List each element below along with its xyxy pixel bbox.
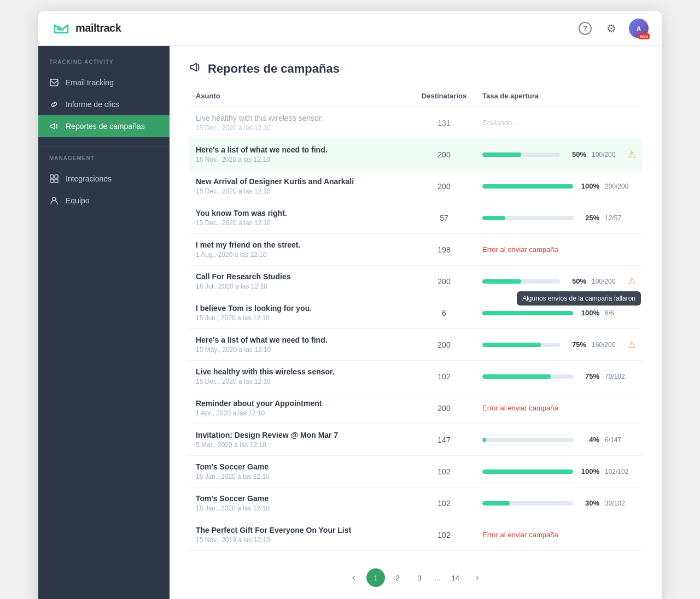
prev-page-button[interactable]: ‹ (345, 568, 363, 587)
email-icon (49, 78, 59, 87)
sidebar-item-integraciones[interactable]: Integraciones (38, 168, 170, 190)
campaign-recipients: 200 (406, 340, 482, 349)
campaign-recipients: 57 (406, 214, 482, 222)
campaign-subject-cell: Here's a list of what we need to find.15… (196, 336, 406, 354)
topbar: mailtrack ? ⚙ A Adv (38, 11, 662, 46)
svg-rect-5 (55, 175, 58, 178)
campaign-row[interactable]: I met my friend on the street.1 Aug., 20… (189, 234, 642, 266)
campaign-open-rate-cell: 50%100/200⚠Algunos envíos de la campaña … (482, 276, 635, 286)
next-page-button[interactable]: › (468, 568, 487, 587)
campaign-subject-cell: Tom's Soccer Game18 Jan., 2020 a las 12:… (196, 462, 406, 480)
svg-point-8 (52, 197, 56, 201)
page-button-14[interactable]: 14 (446, 568, 465, 587)
logo-text: mailtrack (75, 22, 121, 34)
progress-bar-bg (482, 279, 560, 284)
rate-count: 160/200 (592, 341, 622, 349)
page-button-3[interactable]: 3 (410, 568, 429, 587)
campaign-date: 15 Dec., 2020 a las 12:10 (196, 219, 406, 227)
settings-button[interactable]: ⚙ (603, 20, 620, 37)
campaign-recipients: 200 (406, 150, 482, 159)
campaign-open-rate-cell: 100%200/200 (482, 182, 635, 190)
progress-bar-fill (482, 438, 486, 442)
campaign-subject: Live healthy with this wireless sensor. (196, 367, 406, 376)
campaign-row[interactable]: I believe Tom is looking for you.15 Jun.… (189, 297, 642, 329)
page-title: Reportes de campañas (208, 62, 340, 76)
sidebar-item-email-tracking[interactable]: Email tracking (38, 72, 170, 93)
campaign-row[interactable]: Live healthy with this wireless sensor.1… (189, 361, 642, 392)
campaign-table-body: Live healthy with this wireless sensor.1… (189, 107, 642, 551)
campaign-open-rate-cell: 100%102/102 (482, 467, 635, 475)
page-button-2[interactable]: 2 (388, 568, 407, 587)
campaign-recipients: 102 (406, 467, 482, 476)
link-icon (49, 99, 59, 109)
campaign-row[interactable]: Reminder about your Appointment1 Apr., 2… (189, 392, 642, 424)
progress-bar-fill (482, 311, 573, 315)
sidebar-label-reportes-campanas: Reportes de campañas (66, 122, 145, 131)
rate-percent: 100% (579, 467, 599, 475)
campaign-row[interactable]: Invitation: Design Review @ Mon Mar 75 M… (189, 424, 642, 456)
topbar-actions: ? ⚙ A Adv (576, 19, 649, 38)
pagination: ‹ 1 2 3 ... 14 › (189, 568, 642, 594)
campaign-date: 1 Apr., 2020 a las 12:10 (196, 409, 406, 417)
rate-percent: 25% (579, 214, 599, 222)
campaign-row[interactable]: Live healthy with this wireless sensor.1… (189, 107, 642, 139)
help-icon: ? (579, 22, 592, 35)
campaign-date: 1 Aug., 2020 a las 12:10 (196, 251, 406, 259)
sidebar-item-reportes-campanas[interactable]: Reportes de campañas (38, 115, 170, 137)
avatar[interactable]: A Adv (629, 19, 649, 38)
svg-rect-4 (50, 175, 54, 178)
campaign-open-rate-cell: 75%160/200⚠ (482, 339, 635, 350)
sidebar-item-informe-clics[interactable]: Informe de clics (38, 93, 170, 115)
campaign-row[interactable]: New Arrival of Designer Kurtis and Anark… (189, 171, 642, 202)
header-recipients: Destinatarios (406, 92, 482, 100)
logo-area: mailtrack (51, 19, 121, 38)
progress-bar-fill (482, 501, 510, 506)
main-layout: TRACKING ACTIVITY Email tracking (38, 46, 662, 599)
campaign-row[interactable]: Tom's Soccer Game18 Jan., 2020 a las 12:… (189, 456, 642, 488)
rate-percent: 30% (579, 499, 599, 507)
campaign-subject-cell: Call For Research Studies16 Jul., 2020 a… (196, 272, 406, 290)
rate-percent: 4% (579, 436, 599, 444)
progress-bar-fill (482, 469, 573, 474)
rate-count: 6/6 (605, 309, 635, 317)
warning-icon[interactable]: ⚠ (628, 339, 635, 350)
campaign-subject-cell: Live healthy with this wireless sensor.1… (196, 114, 406, 132)
tracking-section-label: TRACKING ACTIVITY (38, 59, 170, 72)
sidebar-item-equipo[interactable]: Equipo (38, 190, 170, 212)
grid-icon (49, 174, 59, 184)
campaign-row[interactable]: Tom's Soccer Game18 Jan., 2020 a las 12:… (189, 488, 642, 519)
campaign-recipients: 102 (406, 499, 482, 508)
progress-bar-fill (482, 184, 573, 189)
campaign-subject-cell: Tom's Soccer Game18 Jan., 2020 a las 12:… (196, 494, 406, 512)
campaign-subject: You know Tom was right. (196, 209, 406, 218)
campaign-open-rate-cell: 30%30/102 (482, 499, 635, 507)
campaign-subject: Here's a list of what we need to find. (196, 336, 406, 344)
rate-count: 100/200 (592, 151, 622, 158)
warning-icon[interactable]: ⚠ (628, 276, 635, 286)
progress-bar-bg (482, 311, 573, 315)
header-subject: Asunto (196, 92, 406, 100)
campaign-subject-cell: I believe Tom is looking for you.15 Jun.… (196, 304, 406, 322)
campaign-subject: New Arrival of Designer Kurtis and Anark… (196, 177, 406, 186)
pagination-dots: ... (432, 573, 443, 582)
campaign-row[interactable]: Here's a list of what we need to find.16… (189, 139, 642, 171)
sidebar-label-informe-clics: Informe de clics (66, 100, 119, 109)
error-status: Error al enviar campaña (482, 531, 558, 539)
campaign-subject: I met my friend on the street. (196, 240, 406, 249)
campaign-open-rate-cell: 75%70/102 (482, 372, 635, 380)
campaign-row[interactable]: Here's a list of what we need to find.15… (189, 329, 642, 361)
rate-percent: 50% (565, 277, 586, 285)
rate-count: 12/57 (605, 214, 635, 222)
campaign-row[interactable]: You know Tom was right.15 Dec., 2020 a l… (189, 202, 642, 234)
page-button-1[interactable]: 1 (366, 568, 385, 587)
warning-icon[interactable]: ⚠ (628, 149, 635, 160)
campaign-recipients: 198 (406, 245, 482, 254)
campaign-row[interactable]: The Perfect Gift For Everyone On Your Li… (189, 519, 642, 551)
error-status: Error al enviar campaña (482, 404, 558, 412)
rate-count: 200/200 (605, 183, 635, 190)
campaign-row[interactable]: Call For Research Studies16 Jul., 2020 a… (189, 266, 642, 297)
campaign-recipients: 102 (406, 372, 482, 381)
help-button[interactable]: ? (576, 20, 594, 37)
sending-status: Enviando... (482, 119, 518, 127)
campaign-subject: Tom's Soccer Game (196, 462, 406, 471)
